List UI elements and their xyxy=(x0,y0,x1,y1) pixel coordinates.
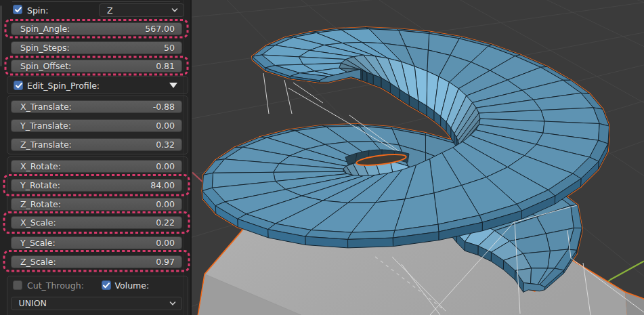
field-spin-offset[interactable]: Spin_Offset: 0.81 xyxy=(11,60,182,72)
field-value: 0.97 xyxy=(156,257,175,267)
boolean-mode-value: UNION xyxy=(19,298,47,308)
panel-scrollbar[interactable] xyxy=(0,5,2,66)
viewport-canvas xyxy=(192,0,644,315)
field-value: 0.81 xyxy=(156,61,175,71)
field-y-rotate[interactable]: Y_Rotate: 84.00 xyxy=(11,179,182,192)
field-value: 0.22 xyxy=(156,217,175,228)
operator-panel: Spin: Z Spin_Angle: 567.00 Spin_Steps: 5… xyxy=(0,0,192,315)
field-x-rotate[interactable]: X_Rotate: 0.00 xyxy=(11,160,182,173)
field-z-rotate[interactable]: Z_Rotate: 0.00 xyxy=(11,198,182,211)
viewport-3d[interactable] xyxy=(192,0,644,315)
collapse-triangle-icon[interactable] xyxy=(169,83,177,88)
field-z-translate[interactable]: Z_Translate: 0.32 xyxy=(11,138,182,151)
field-label: Y_Translate: xyxy=(20,121,71,131)
volume-checkbox[interactable] xyxy=(102,280,111,290)
field-y-scale[interactable]: Y_Scale: 0.00 xyxy=(11,236,182,249)
field-label: X_Translate: xyxy=(20,102,72,112)
cut-through-label: Cut_Through: xyxy=(27,280,84,291)
spin-axis-dropdown[interactable]: Z xyxy=(99,3,184,17)
field-x-scale[interactable]: X_Scale: 0.22 xyxy=(11,216,182,229)
field-value: 84.00 xyxy=(150,180,175,190)
field-label: X_Scale: xyxy=(20,217,56,228)
field-label: Y_Scale: xyxy=(20,238,56,248)
field-label: Spin_Offset: xyxy=(20,61,71,71)
field-label: Z_Rotate: xyxy=(20,199,61,209)
spin-axis-value: Z xyxy=(107,5,113,16)
field-label: Z_Translate: xyxy=(20,140,72,150)
field-label: Z_Scale: xyxy=(20,257,56,267)
field-value: 0.32 xyxy=(156,140,175,150)
boolean-mode-dropdown[interactable]: UNION xyxy=(11,297,182,310)
field-label: Spin_Steps: xyxy=(20,43,70,53)
field-spin-steps[interactable]: Spin_Steps: 50 xyxy=(11,41,182,54)
cut-through-checkbox[interactable] xyxy=(13,280,22,290)
chevron-down-icon xyxy=(169,300,176,307)
field-value: 0.00 xyxy=(156,121,175,131)
spin-checkbox[interactable] xyxy=(13,5,22,14)
field-value: 0.00 xyxy=(156,199,175,209)
field-spin-angle[interactable]: Spin_Angle: 567.00 xyxy=(11,22,182,35)
chevron-down-icon xyxy=(171,7,178,14)
field-y-translate[interactable]: Y_Translate: 0.00 xyxy=(11,119,182,132)
field-label: Spin_Angle: xyxy=(20,24,70,34)
panel-top-separator xyxy=(12,1,180,2)
field-value: 50 xyxy=(164,43,175,53)
edit-spin-profile-label: Edit_Spin_Profile: xyxy=(27,81,100,91)
field-label: Y_Rotate: xyxy=(20,180,60,190)
field-value: -0.88 xyxy=(153,102,175,112)
field-x-translate[interactable]: X_Translate: -0.88 xyxy=(11,100,182,113)
spin-label: Spin: xyxy=(27,5,48,16)
field-z-scale[interactable]: Z_Scale: 0.97 xyxy=(11,255,182,268)
field-label: X_Rotate: xyxy=(20,161,61,171)
field-value: 567.00 xyxy=(145,24,175,34)
edit-spin-profile-checkbox[interactable] xyxy=(14,81,23,90)
volume-label: Volume: xyxy=(115,280,150,291)
field-value: 0.00 xyxy=(156,161,175,171)
field-value: 0.00 xyxy=(156,238,175,248)
